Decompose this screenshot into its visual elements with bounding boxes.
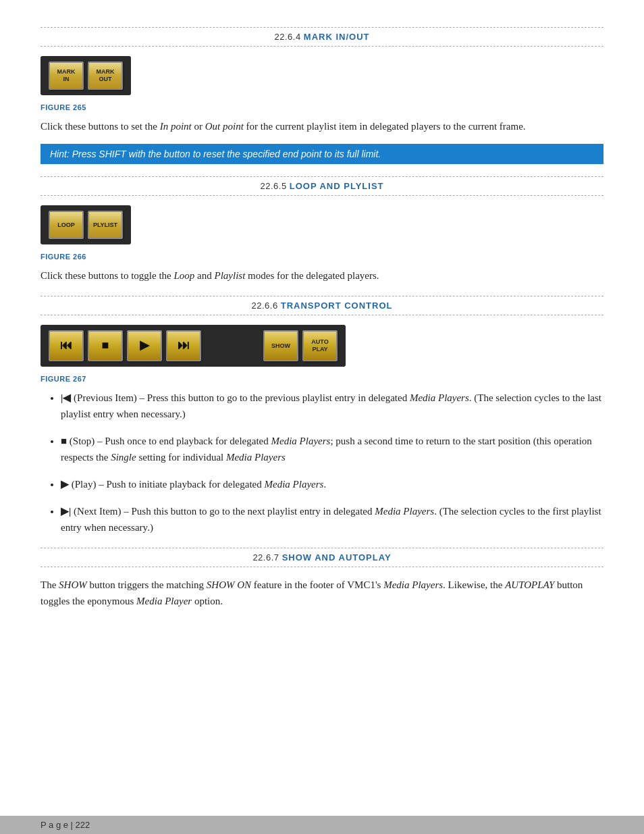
bullet-next-item: ▶| (Next Item) – Push this button to go …	[61, 503, 603, 536]
section-mark-in-out: 22.6.4 MARK IN/OUT MARKIN MARKOUT FIGURE…	[41, 27, 603, 164]
mark-in-out-description: Click these buttons to set the In point …	[41, 118, 603, 134]
play-text: (Play) – Push to initiate playback for d…	[72, 479, 326, 490]
play-button[interactable]: ▶	[127, 330, 162, 361]
prev-item-text: (Previous Item) – Press this button to g…	[61, 392, 601, 419]
section-header-show-autoplay: 22.6.7 SHOW AND AUTOPLAY	[41, 548, 603, 567]
page-footer: P a g e | 222	[0, 816, 644, 834]
plylist-button[interactable]: PLYLIST	[88, 211, 123, 239]
loop-buttons-container: LOOP PLYLIST	[41, 205, 131, 244]
section-header-transport: 22.6.6 TRANSPORT CONTROL	[41, 296, 603, 315]
stop-icon: ■	[61, 436, 67, 446]
section-header-mark-in-out: 22.6.4 MARK IN/OUT	[41, 27, 603, 47]
next-item-button[interactable]: ⏭	[166, 330, 201, 361]
mark-out-button[interactable]: MARKOUT	[88, 61, 123, 90]
prev-item-button[interactable]: ⏮	[49, 330, 84, 361]
next-item-text: (Next Item) – Push this button to go to …	[61, 506, 601, 533]
show-autoplay-description: The SHOW button triggers the matching SH…	[41, 577, 603, 609]
prev-icon: |◀	[61, 392, 71, 403]
hint-box: Hint: Press SHIFT with the button to res…	[41, 144, 603, 164]
stop-text: (Stop) – Push once to end playback for d…	[61, 436, 592, 463]
figure-265-label: FIGURE 265	[41, 103, 603, 111]
play-icon: ▶	[61, 479, 69, 490]
autoplay-button[interactable]: AUTOPLAY	[302, 330, 338, 361]
section-show-autoplay: 22.6.7 SHOW AND AUTOPLAY The SHOW button…	[41, 548, 603, 609]
section-title-transport: TRANSPORT CONTROL	[281, 301, 393, 311]
show-button[interactable]: SHOW	[263, 330, 298, 361]
section-transport: 22.6.6 TRANSPORT CONTROL ⏮ ■ ▶ ⏭ SHOW AU…	[41, 296, 603, 536]
loop-plylist-description: Click these buttons to toggle the Loop a…	[41, 267, 603, 284]
next-icon: ▶|	[61, 506, 71, 517]
mark-in-button[interactable]: MARKIN	[49, 61, 84, 90]
bullet-play: ▶ (Play) – Push to initiate playback for…	[61, 476, 603, 492]
bullet-prev-item: |◀ (Previous Item) – Press this button t…	[61, 390, 603, 422]
loop-button[interactable]: LOOP	[49, 211, 84, 239]
bullet-stop: ■ (Stop) – Push once to end playback for…	[61, 433, 603, 465]
figure-267-label: FIGURE 267	[41, 375, 603, 383]
stop-button[interactable]: ■	[88, 330, 123, 361]
transport-bullet-list: |◀ (Previous Item) – Press this button t…	[41, 390, 603, 536]
section-loop-plylist: 22.6.5 LOOP AND PLYLIST LOOP PLYLIST FIG…	[41, 176, 603, 284]
section-title-show-autoplay: SHOW AND AUTOPLAY	[282, 552, 392, 563]
section-header-loop-plylist: 22.6.5 LOOP AND PLYLIST	[41, 176, 603, 196]
mark-buttons-container: MARKIN MARKOUT	[41, 56, 131, 95]
section-title-mark-in-out: MARK IN/OUT	[304, 32, 370, 42]
transport-buttons-container: ⏮ ■ ▶ ⏭ SHOW AUTOPLAY	[41, 325, 346, 367]
section-title-loop-plylist: LOOP AND PLYLIST	[290, 181, 384, 191]
figure-266-label: FIGURE 266	[41, 253, 603, 261]
page-number: P a g e | 222	[41, 820, 90, 830]
page-content: 22.6.4 MARK IN/OUT MARKIN MARKOUT FIGURE…	[0, 0, 644, 662]
